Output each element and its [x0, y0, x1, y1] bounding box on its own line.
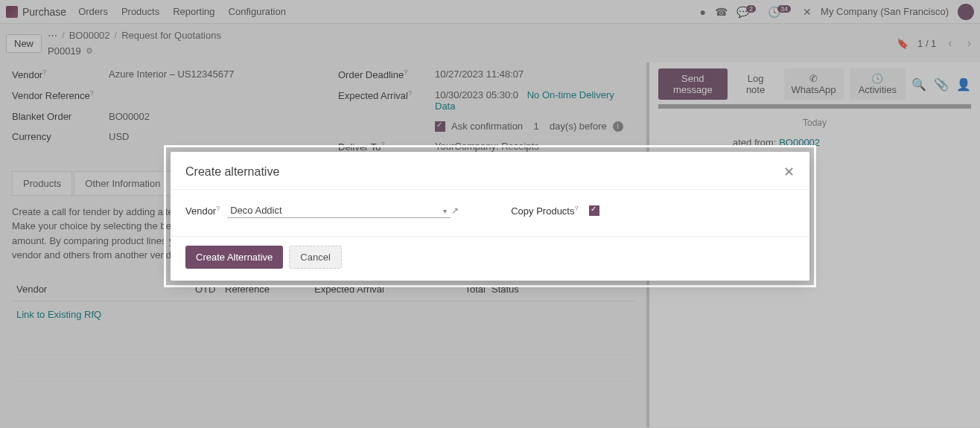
close-icon[interactable]: ✕ — [783, 164, 795, 180]
cancel-button[interactable]: Cancel — [289, 246, 341, 269]
external-link-icon[interactable]: ↗ — [451, 205, 459, 216]
create-alternative-modal: Create alternative ✕ Vendor? ▾ ↗ Copy Pr… — [171, 152, 809, 281]
modal-vendor-input[interactable] — [227, 203, 451, 218]
modal-title: Create alternative — [185, 165, 279, 179]
modal-overlay: Create alternative ✕ Vendor? ▾ ↗ Copy Pr… — [0, 0, 980, 428]
modal-vendor-label: Vendor? — [185, 205, 220, 217]
copy-products-label: Copy Products? — [511, 205, 578, 217]
copy-products-checkbox[interactable] — [589, 205, 599, 216]
create-alternative-button[interactable]: Create Alternative — [185, 246, 283, 269]
chevron-down-icon[interactable]: ▾ — [443, 207, 447, 215]
